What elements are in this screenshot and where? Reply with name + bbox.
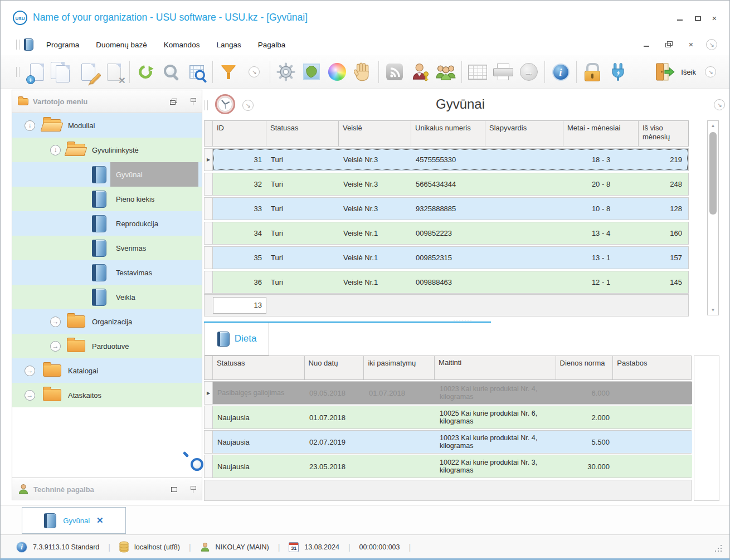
scrollbar-thumb[interactable] — [709, 132, 717, 215]
forward-button[interactable]: → — [516, 59, 542, 85]
column-header-iki-pasimatymu[interactable]: iki pasimatymų — [364, 356, 435, 379]
tree-item-katalogai[interactable]: → Katalogai — [12, 358, 202, 383]
column-header-maitinti[interactable]: Maitinti — [435, 356, 556, 379]
toolbar-overflow-button[interactable]: ↘ — [705, 66, 716, 77]
tab-dieta[interactable]: Dieta — [205, 323, 269, 356]
tree-item-sverimas[interactable]: Svėrimas — [12, 236, 202, 260]
table-row[interactable]: Naujausia 23.05.2018 10022 Kai kurie pro… — [204, 455, 692, 478]
support-bar[interactable]: Techninė pagalba — [12, 478, 202, 500]
exit-label[interactable]: Išeik — [681, 68, 696, 76]
column-header-statusas[interactable]: Statusas — [213, 356, 305, 379]
users-button[interactable] — [433, 59, 459, 85]
restore-icon[interactable] — [170, 99, 177, 105]
drag-grip[interactable] — [16, 67, 20, 77]
maximize-button[interactable] — [690, 13, 705, 24]
lock-button[interactable] — [580, 59, 605, 85]
table-row[interactable]: ▶ Pasibaigęs galiojimas 09.05.2018 01.07… — [204, 381, 692, 405]
sidebar-header[interactable]: Vartotojo meniu — [12, 90, 202, 113]
filter-overflow-button[interactable]: ↘ — [241, 59, 267, 85]
exit-button[interactable] — [652, 59, 678, 85]
expand-circle-icon[interactable]: → — [50, 316, 61, 327]
menu-pagalba[interactable]: Pagalba — [250, 41, 294, 49]
vertical-scrollbar[interactable]: ▲ ▼ — [707, 120, 719, 315]
column-header-unikalus-numeris[interactable]: Unikalus numeris — [411, 121, 485, 146]
column-header-nuo-datu[interactable]: Nuo datų — [305, 356, 364, 379]
column-header-statusas[interactable]: Statusas — [266, 121, 339, 146]
table-row[interactable]: ▶ 31 Turi Veislė Nr.3 4575555330 18 - 3 … — [204, 148, 689, 171]
record-toolbar-overflow-button[interactable]: ↘ — [242, 100, 254, 111]
settings-button[interactable] — [273, 59, 299, 85]
refresh-button[interactable] — [133, 59, 158, 85]
main-overflow-button[interactable]: ↘ — [714, 99, 725, 110]
about-button[interactable]: i — [548, 59, 573, 85]
tree-item-ataskaitos[interactable]: → Ataskaitos — [12, 383, 202, 407]
menu-komandos[interactable]: Komandos — [155, 41, 208, 49]
detail-scroll-area[interactable] — [694, 356, 719, 501]
tree-item-moduliai[interactable]: ↓ Moduliai — [12, 113, 202, 138]
scroll-up-icon[interactable]: ▲ — [708, 123, 718, 128]
column-header-pastabos[interactable]: Pastabos — [613, 356, 691, 379]
timer-button[interactable] — [215, 94, 236, 117]
drag-mode-button[interactable] — [350, 59, 376, 85]
table-row[interactable]: 35 Turi Veislė Nr.1 009852315 13 - 1 157 — [204, 246, 689, 269]
pin-icon[interactable] — [189, 485, 196, 493]
close-tab-icon[interactable]: ✕ — [96, 515, 104, 525]
expand-circle-icon[interactable]: → — [25, 366, 35, 376]
pin-icon[interactable] — [189, 98, 196, 105]
print-button[interactable] — [490, 59, 516, 85]
column-header-veisle[interactable]: Veislė — [339, 121, 411, 146]
mdi-minimize-button[interactable] — [639, 39, 654, 50]
expand-circle-icon[interactable]: → — [50, 341, 61, 352]
table-row[interactable]: 33 Turi Veislė Nr.3 9325888885 10 - 8 12… — [204, 197, 689, 220]
close-button[interactable]: × — [707, 13, 722, 24]
column-header-dienos-norma[interactable]: Dienos norma — [556, 356, 614, 379]
tree-item-gyvulininkyste[interactable]: ↓ Gyvulininkystė — [12, 138, 202, 162]
tree-item-testavimas[interactable]: Testavimas — [12, 260, 202, 285]
expand-circle-icon[interactable]: → — [25, 390, 35, 401]
drag-grip[interactable] — [16, 40, 20, 50]
column-header-is-viso-menesiu[interactable]: Iš viso mėnesių — [639, 121, 687, 146]
tree-item-organizacija[interactable]: → Organizacija — [12, 309, 202, 334]
column-header-slapyvardis[interactable]: Slapyvardis — [485, 121, 563, 146]
table-row[interactable]: 36 Turi Veislė Nr.1 009888463 12 - 1 145 — [204, 271, 689, 294]
table-row[interactable]: Naujausia 02.07.2019 10023 Kai kurie pro… — [204, 430, 692, 454]
tree-item-gyvunai[interactable]: Gyvūnai — [12, 162, 202, 187]
tab-gyvunai[interactable]: Gyvūnai ✕ — [22, 507, 126, 534]
column-header-id[interactable]: ID — [213, 121, 266, 146]
mdi-close-button[interactable]: × — [684, 39, 698, 50]
delete-record-button[interactable]: × — [101, 59, 126, 85]
collapse-circle-icon[interactable]: ↓ — [50, 145, 61, 155]
drag-grip[interactable] — [205, 100, 208, 110]
tree-item-pieno-kiekis[interactable]: Pieno kiekis — [12, 187, 202, 211]
tree-item-veikla[interactable]: Veikla — [12, 285, 202, 309]
tree-item-reprodukcija[interactable]: Reprodukcija — [12, 211, 202, 236]
menu-programa[interactable]: Programa — [38, 41, 87, 49]
advanced-search-button[interactable] — [184, 59, 210, 85]
edit-record-button[interactable] — [75, 59, 101, 85]
feed-button[interactable] — [382, 59, 407, 85]
table-row[interactable]: 32 Turi Veislė Nr.3 5665434344 20 - 8 24… — [204, 173, 689, 196]
grid-view-button[interactable] — [465, 59, 490, 85]
table-row[interactable]: 34 Turi Veislė Nr.1 009852223 13 - 4 160 — [204, 222, 689, 245]
resize-grip[interactable] — [714, 544, 722, 552]
minimize-button[interactable] — [673, 13, 687, 24]
map-button[interactable] — [299, 59, 324, 85]
user-access-button[interactable] — [407, 59, 433, 85]
menu-duomenu-baze[interactable]: Duomenų bazė — [87, 41, 155, 49]
maximize-icon[interactable] — [171, 487, 177, 492]
copy-record-button[interactable] — [50, 59, 75, 85]
row-count-box[interactable]: 13 — [213, 297, 266, 314]
colors-button[interactable] — [324, 59, 350, 85]
table-row[interactable]: Naujausia 01.07.2018 10025 Kai kurie pro… — [204, 406, 692, 429]
menu-langas[interactable]: Langas — [208, 41, 249, 49]
scroll-down-icon[interactable]: ▼ — [708, 308, 718, 313]
column-header-metai-menesiai[interactable]: Metai - mėnesiai — [563, 121, 639, 146]
mdi-restore-button[interactable] — [661, 39, 676, 50]
search-button[interactable] — [158, 59, 184, 85]
menubar-overflow-button[interactable]: ↘ — [706, 39, 717, 50]
new-record-button[interactable]: + — [24, 59, 50, 85]
filter-button[interactable] — [216, 59, 241, 85]
tree-item-parduotuve[interactable]: → Parduotuvė — [12, 334, 202, 358]
collapse-circle-icon[interactable]: ↓ — [25, 120, 35, 131]
connection-button[interactable] — [605, 59, 631, 85]
